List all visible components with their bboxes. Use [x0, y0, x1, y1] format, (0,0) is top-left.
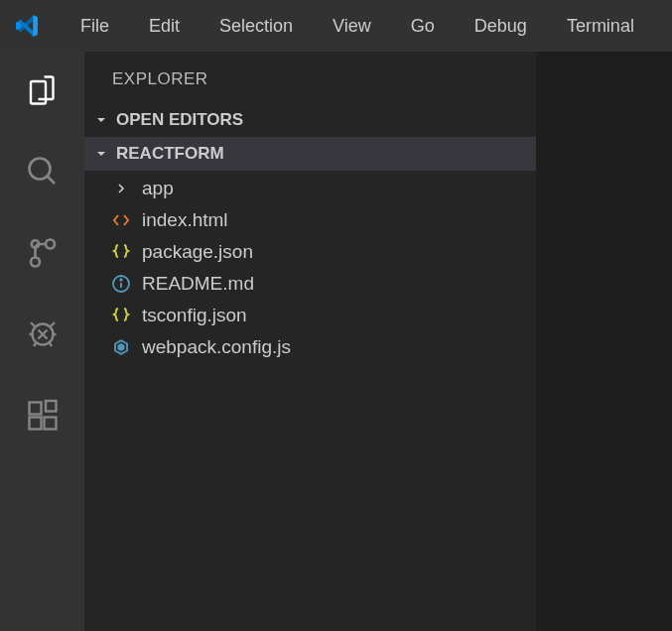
file-label: README.md — [142, 273, 254, 295]
vscode-logo-icon — [14, 12, 42, 40]
sidebar-title: EXPLORER — [84, 52, 536, 103]
source-control-icon[interactable] — [22, 232, 64, 274]
svg-rect-17 — [46, 401, 57, 412]
tree-file[interactable]: package.json — [84, 236, 536, 268]
webpack-icon — [110, 336, 132, 358]
menu-edit[interactable]: Edit — [134, 10, 195, 43]
extensions-icon[interactable] — [22, 395, 64, 437]
activity-bar — [0, 52, 84, 631]
svg-line-10 — [34, 342, 37, 347]
svg-rect-14 — [29, 403, 41, 415]
chevron-right-icon — [110, 178, 132, 199]
svg-point-2 — [46, 240, 55, 249]
tree-file[interactable]: webpack.config.js — [84, 331, 536, 363]
json-icon — [110, 241, 132, 263]
svg-point-3 — [31, 258, 40, 267]
sidebar-explorer: EXPLORER OPEN EDITORS REACTFORM app — [84, 52, 536, 631]
file-label: package.json — [142, 241, 253, 263]
editor-area — [536, 52, 672, 631]
open-editors-header[interactable]: OPEN EDITORS — [84, 103, 536, 137]
menu-terminal[interactable]: Terminal — [552, 10, 649, 43]
explorer-icon[interactable] — [22, 69, 64, 111]
tree-file[interactable]: index.html — [84, 204, 536, 236]
html-icon — [110, 209, 132, 231]
file-label: tsconfig.json — [142, 305, 247, 326]
svg-line-1 — [47, 177, 55, 185]
menu-view[interactable]: View — [318, 10, 386, 43]
search-icon[interactable] — [22, 151, 64, 192]
svg-point-0 — [29, 159, 50, 180]
main-body: EXPLORER OPEN EDITORS REACTFORM app — [0, 52, 672, 631]
svg-line-6 — [31, 322, 36, 327]
project-name-label: REACTFORM — [116, 144, 224, 164]
file-label: index.html — [142, 209, 228, 231]
titlebar: File Edit Selection View Go Debug Termin… — [0, 0, 672, 52]
file-tree: app index.html package.json README.md — [84, 171, 536, 363]
svg-point-20 — [120, 279, 122, 281]
debug-icon[interactable] — [22, 314, 64, 355]
file-label: webpack.config.js — [142, 336, 291, 358]
menu-debug[interactable]: Debug — [460, 10, 542, 43]
svg-line-7 — [50, 322, 55, 327]
chevron-down-icon — [92, 145, 110, 163]
menu-file[interactable]: File — [66, 10, 124, 43]
open-editors-label: OPEN EDITORS — [116, 110, 243, 130]
info-icon — [110, 273, 132, 295]
tree-file[interactable]: README.md — [84, 268, 536, 300]
tree-folder-app[interactable]: app — [84, 173, 536, 204]
tree-file[interactable]: tsconfig.json — [84, 300, 536, 331]
svg-rect-16 — [44, 418, 56, 430]
svg-line-11 — [49, 342, 52, 347]
menu-go[interactable]: Go — [396, 10, 450, 43]
menu-selection[interactable]: Selection — [204, 10, 308, 43]
json-icon — [110, 305, 132, 326]
project-header[interactable]: REACTFORM — [84, 137, 536, 171]
chevron-down-icon — [92, 111, 110, 129]
svg-rect-15 — [29, 418, 41, 430]
folder-label: app — [142, 178, 174, 199]
